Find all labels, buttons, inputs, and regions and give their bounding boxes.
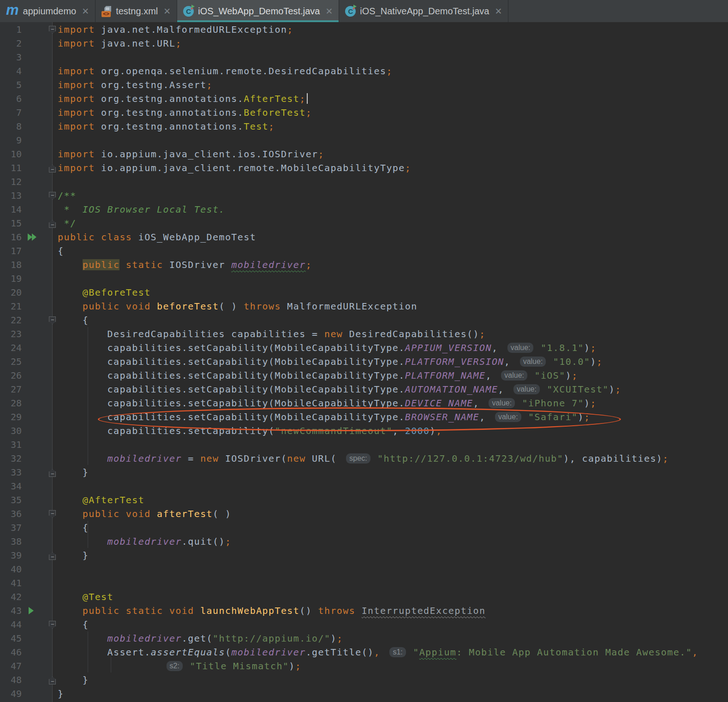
code-text[interactable]: { bbox=[52, 244, 64, 258]
code-text[interactable]: import org.testng.Assert; bbox=[52, 78, 213, 92]
code-text[interactable]: } bbox=[52, 548, 89, 562]
code-text[interactable]: { bbox=[52, 313, 89, 327]
line-number[interactable]: 34 bbox=[0, 479, 22, 493]
code-text[interactable]: public static IOSDriver mobiledriver; bbox=[52, 258, 312, 272]
code-text[interactable]: @AfterTest bbox=[52, 493, 144, 507]
code-text[interactable]: import io.appium.java_client.remote.Mobi… bbox=[52, 161, 411, 175]
line-number[interactable]: 23 bbox=[0, 327, 22, 341]
code-text[interactable]: capabilities.setCapability(MobileCapabil… bbox=[52, 396, 597, 410]
line-number[interactable]: 37 bbox=[0, 521, 22, 535]
code-text[interactable]: mobiledriver.get("http://appium.io/"); bbox=[52, 631, 343, 645]
code-text[interactable]: capabilities.setCapability(MobileCapabil… bbox=[52, 341, 597, 355]
code-text[interactable]: * IOS Browser Local Test. bbox=[52, 202, 225, 216]
line-number[interactable]: 31 bbox=[0, 438, 22, 452]
code-text[interactable]: { bbox=[52, 618, 89, 631]
code-text[interactable]: @Test bbox=[52, 590, 113, 604]
code-text[interactable]: mobiledriver.quit(); bbox=[52, 535, 231, 548]
tab-ios-nativeapp-demotest[interactable]: CiOS_NativeApp_DemoTest.java✕ bbox=[339, 0, 508, 22]
line-number[interactable]: 21 bbox=[0, 299, 22, 313]
line-number[interactable]: 10 bbox=[0, 147, 22, 161]
line-number[interactable]: 12 bbox=[0, 175, 22, 189]
line-number[interactable]: 43 bbox=[0, 604, 22, 618]
code-text[interactable]: DesiredCapabilities capabilities = new D… bbox=[52, 327, 485, 341]
line-number[interactable]: 27 bbox=[0, 382, 22, 396]
run-test-icon[interactable] bbox=[28, 607, 40, 614]
code-text[interactable]: import org.testng.annotations.AfterTest; bbox=[52, 92, 308, 106]
close-icon[interactable]: ✕ bbox=[82, 7, 89, 16]
code-text[interactable]: import org.testng.annotations.Test; bbox=[52, 119, 274, 133]
tab-appiumdemo[interactable]: mappiumdemo✕ bbox=[0, 0, 95, 22]
code-text[interactable] bbox=[52, 272, 58, 286]
code-text[interactable]: capabilities.setCapability(MobileCapabil… bbox=[52, 369, 578, 382]
line-number[interactable]: 38 bbox=[0, 535, 22, 548]
run-class-icon[interactable] bbox=[28, 233, 40, 241]
line-number[interactable]: 41 bbox=[0, 576, 22, 590]
line-number[interactable]: 6 bbox=[0, 92, 22, 106]
code-text[interactable]: import io.appium.java_client.ios.IOSDriv… bbox=[52, 147, 324, 161]
code-text[interactable]: import org.testng.annotations.BeforeTest… bbox=[52, 106, 312, 119]
code-text[interactable]: public void afterTest( ) bbox=[52, 507, 231, 521]
code-text[interactable] bbox=[52, 133, 58, 147]
code-text[interactable]: s2: "Title Mismatch"); bbox=[52, 659, 301, 673]
code-text[interactable] bbox=[52, 479, 58, 493]
line-number[interactable]: 14 bbox=[0, 202, 22, 216]
line-number[interactable]: 17 bbox=[0, 244, 22, 258]
line-number[interactable]: 44 bbox=[0, 618, 22, 631]
line-number[interactable]: 15 bbox=[0, 216, 22, 230]
code-text[interactable]: { bbox=[52, 521, 89, 535]
tab-ios-webapp-demotest[interactable]: CiOS_WebApp_DemoTest.java✕ bbox=[177, 0, 339, 22]
code-text[interactable] bbox=[52, 576, 58, 590]
line-number[interactable]: 9 bbox=[0, 133, 22, 147]
line-number[interactable]: 35 bbox=[0, 493, 22, 507]
line-number[interactable]: 47 bbox=[0, 659, 22, 673]
code-text[interactable]: public static void launchWebAppTest() th… bbox=[52, 604, 485, 618]
code-text[interactable]: Assert.assertEquals(mobiledriver.getTitl… bbox=[52, 645, 698, 659]
code-text[interactable]: capabilities.setCapability(MobileCapabil… bbox=[52, 410, 590, 424]
close-icon[interactable]: ✕ bbox=[163, 7, 171, 16]
code-text[interactable] bbox=[52, 50, 58, 64]
line-number[interactable]: 42 bbox=[0, 590, 22, 604]
line-number[interactable]: 18 bbox=[0, 258, 22, 272]
line-number[interactable]: 5 bbox=[0, 78, 22, 92]
line-number[interactable]: 4 bbox=[0, 64, 22, 78]
code-text[interactable] bbox=[52, 175, 58, 189]
line-number[interactable]: 20 bbox=[0, 286, 22, 299]
line-number[interactable]: 11 bbox=[0, 161, 22, 175]
line-number[interactable]: 7 bbox=[0, 106, 22, 119]
line-number[interactable]: 2 bbox=[0, 36, 22, 50]
code-text[interactable]: import java.net.MalformedURLException; bbox=[52, 23, 293, 36]
tab-testng-xml[interactable]: <>testng.xml✕ bbox=[95, 0, 177, 22]
line-number[interactable]: 3 bbox=[0, 50, 22, 64]
line-number[interactable]: 22 bbox=[0, 313, 22, 327]
line-number[interactable]: 13 bbox=[0, 189, 22, 202]
line-number[interactable]: 33 bbox=[0, 465, 22, 479]
code-text[interactable]: public void beforeTest( ) throws Malform… bbox=[52, 299, 418, 313]
line-number[interactable]: 39 bbox=[0, 548, 22, 562]
code-text[interactable]: import java.net.URL; bbox=[52, 36, 182, 50]
code-text[interactable]: mobiledriver = new IOSDriver(new URL( sp… bbox=[52, 452, 669, 465]
code-text[interactable]: public class iOS_WebApp_DemoTest bbox=[52, 230, 256, 244]
line-number[interactable]: 16 bbox=[0, 230, 22, 244]
line-number[interactable]: 49 bbox=[0, 687, 22, 701]
code-text[interactable]: } bbox=[52, 465, 89, 479]
code-text[interactable]: } bbox=[52, 673, 89, 687]
line-number[interactable]: 8 bbox=[0, 119, 22, 133]
line-number[interactable]: 30 bbox=[0, 424, 22, 438]
code-text[interactable]: @BeforeTest bbox=[52, 286, 151, 299]
code-text[interactable] bbox=[52, 562, 58, 576]
close-icon[interactable]: ✕ bbox=[325, 7, 333, 16]
line-number[interactable]: 36 bbox=[0, 507, 22, 521]
line-number[interactable]: 46 bbox=[0, 645, 22, 659]
line-number[interactable]: 19 bbox=[0, 272, 22, 286]
close-icon[interactable]: ✕ bbox=[495, 7, 502, 16]
code-text[interactable]: capabilities.setCapability("newCommandTi… bbox=[52, 424, 442, 438]
line-number[interactable]: 48 bbox=[0, 673, 22, 687]
code-text[interactable]: capabilities.setCapability(MobileCapabil… bbox=[52, 355, 603, 369]
code-text[interactable]: } bbox=[52, 687, 64, 701]
code-text[interactable]: capabilities.setCapability(MobileCapabil… bbox=[52, 382, 621, 396]
line-number[interactable]: 28 bbox=[0, 396, 22, 410]
line-number[interactable]: 1 bbox=[0, 23, 22, 36]
line-number[interactable]: 40 bbox=[0, 562, 22, 576]
line-number[interactable]: 26 bbox=[0, 369, 22, 382]
line-number[interactable]: 25 bbox=[0, 355, 22, 369]
